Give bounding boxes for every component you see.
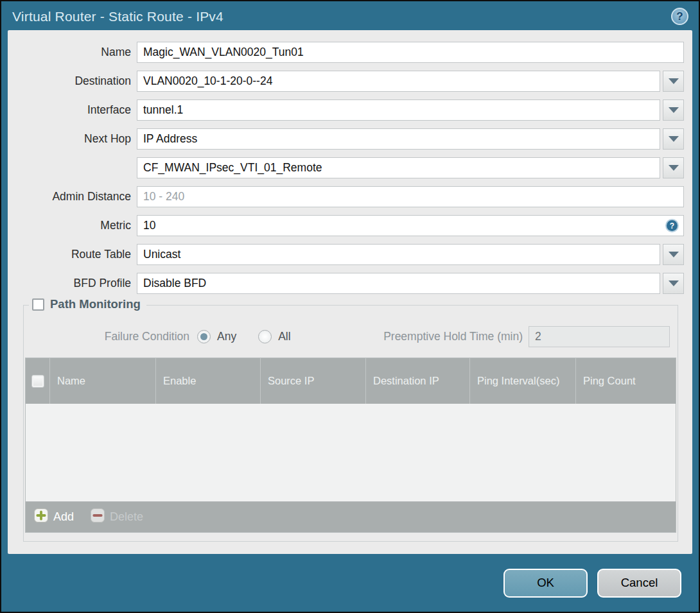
add-button[interactable]: Add	[34, 508, 74, 526]
next-hop-dropdown-button[interactable]	[663, 128, 684, 150]
admin-distance-row: Admin Distance	[8, 186, 684, 207]
cancel-button[interactable]: Cancel	[597, 569, 681, 598]
preemptive-hold-time-label: Preemptive Hold Time (min)	[383, 330, 523, 343]
delete-button[interactable]: Delete	[91, 508, 143, 526]
destination-control	[137, 71, 684, 92]
chevron-down-icon	[669, 165, 679, 171]
interface-row: Interface	[8, 99, 684, 121]
failure-condition-all-radio[interactable]: All	[258, 330, 290, 343]
metric-label: Metric	[8, 219, 137, 232]
next-hop-row: Next Hop	[8, 128, 684, 150]
route-table-input[interactable]	[137, 244, 660, 265]
dialog-content: Name Destination Interface Next Hop	[8, 30, 692, 554]
route-table-dropdown-button[interactable]	[663, 244, 684, 265]
next-hop-address-control	[137, 157, 684, 178]
preemptive-hold-time-input[interactable]	[529, 326, 670, 347]
table-footer: Add Delete	[26, 501, 676, 532]
column-header-enable[interactable]: Enable	[155, 358, 260, 404]
path-monitoring-checkbox[interactable]	[32, 298, 44, 311]
interface-input[interactable]	[137, 99, 660, 121]
destination-input[interactable]	[137, 71, 660, 92]
ok-button[interactable]: OK	[503, 569, 588, 598]
name-input[interactable]	[137, 42, 684, 63]
route-table-row: Route Table	[8, 244, 684, 265]
path-monitoring-options-row: Failure Condition Any All Preemptive Hol…	[25, 326, 670, 347]
next-hop-address-dropdown-button[interactable]	[663, 157, 684, 178]
column-header-ping-count[interactable]: Ping Count	[575, 358, 676, 404]
column-header-destination-ip[interactable]: Destination IP	[365, 358, 469, 404]
column-header-ping-interval[interactable]: Ping Interval(sec)	[469, 358, 575, 404]
chevron-down-icon	[669, 136, 679, 142]
destination-row: Destination	[8, 71, 684, 92]
interface-label: Interface	[8, 103, 137, 117]
column-header-name[interactable]: Name	[49, 358, 155, 404]
add-button-label: Add	[53, 510, 74, 524]
destination-label: Destination	[8, 74, 137, 88]
name-control	[137, 42, 684, 63]
next-hop-type-input[interactable]	[137, 128, 660, 150]
metric-control: ?	[137, 215, 684, 236]
name-row: Name	[8, 42, 684, 63]
table-body-empty	[26, 404, 676, 501]
chevron-down-icon	[669, 281, 679, 286]
select-all-checkbox[interactable]	[31, 375, 44, 388]
help-icon[interactable]: ?	[671, 8, 688, 25]
chevron-down-icon	[669, 107, 679, 113]
radio-any-label: Any	[217, 330, 236, 343]
metric-input[interactable]	[137, 215, 684, 236]
next-hop-control	[137, 128, 684, 150]
metric-row: Metric ?	[8, 215, 684, 236]
chevron-down-icon	[669, 78, 679, 84]
route-table-label: Route Table	[8, 248, 137, 261]
delete-minus-icon	[91, 508, 105, 526]
column-header-source-ip[interactable]: Source IP	[260, 358, 365, 404]
metric-info-icon[interactable]: ?	[667, 220, 678, 231]
dialog-titlebar: Virtual Router - Static Route - IPv4 ?	[1, 1, 699, 30]
radio-selected-icon	[197, 330, 211, 343]
bfd-profile-control	[137, 273, 684, 294]
radio-unselected-icon	[258, 330, 272, 343]
failure-condition-any-radio[interactable]: Any	[197, 330, 236, 343]
table-header: Name Enable Source IP Destination IP Pin…	[26, 358, 676, 404]
admin-distance-input[interactable]	[137, 186, 684, 207]
failure-condition-label: Failure Condition	[25, 330, 197, 343]
delete-button-label: Delete	[110, 510, 143, 524]
radio-all-label: All	[278, 330, 290, 343]
bfd-profile-input[interactable]	[137, 273, 660, 294]
interface-dropdown-button[interactable]	[663, 99, 684, 121]
bfd-profile-dropdown-button[interactable]	[663, 273, 684, 294]
path-monitoring-table: Name Enable Source IP Destination IP Pin…	[25, 358, 676, 533]
static-route-dialog: Virtual Router - Static Route - IPv4 ? N…	[0, 0, 700, 613]
name-label: Name	[8, 46, 137, 59]
bfd-profile-label: BFD Profile	[8, 277, 137, 290]
bfd-profile-row: BFD Profile	[8, 273, 684, 294]
select-all-cell	[26, 358, 49, 404]
next-hop-address-row	[8, 157, 684, 178]
chevron-down-icon	[669, 252, 679, 257]
path-monitoring-section: Path Monitoring Failure Condition Any Al…	[23, 305, 678, 542]
dialog-title: Virtual Router - Static Route - IPv4	[12, 9, 671, 24]
path-monitoring-legend: Path Monitoring	[29, 297, 146, 311]
path-monitoring-title: Path Monitoring	[50, 297, 141, 311]
next-hop-address-input[interactable]	[137, 157, 660, 178]
admin-distance-label: Admin Distance	[8, 190, 137, 203]
dialog-footer: OK Cancel	[1, 554, 699, 612]
next-hop-label: Next Hop	[8, 132, 137, 146]
interface-control	[137, 99, 684, 121]
admin-distance-control	[137, 186, 684, 207]
destination-dropdown-button[interactable]	[663, 71, 684, 92]
add-plus-icon	[34, 508, 48, 526]
route-table-control	[137, 244, 684, 265]
